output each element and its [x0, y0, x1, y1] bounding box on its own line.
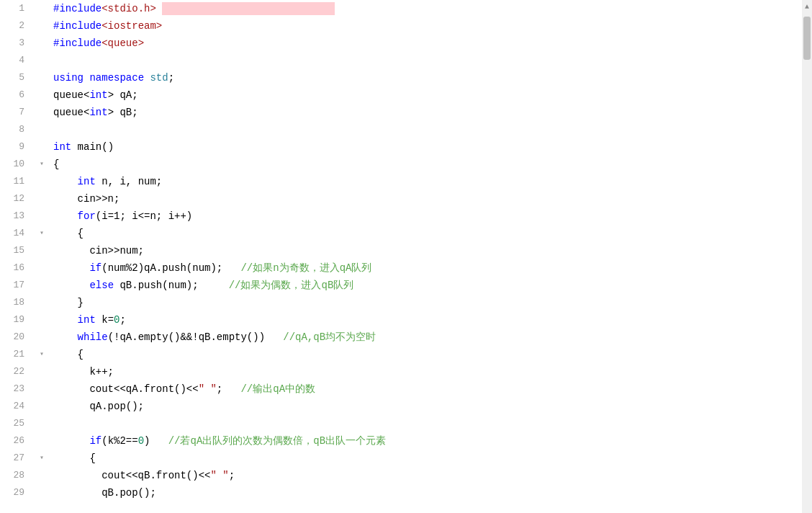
code-area: 1#include<stdio.h>2#include<iostream>3#i…: [0, 0, 802, 513]
token: {: [53, 228, 84, 239]
code-line: while(!qA.empty()&&!qB.empty()) //qA,qB均…: [48, 329, 802, 346]
code-line: {: [48, 156, 802, 173]
code-line: #include<stdio.h>: [48, 0, 802, 17]
line-number: 19: [0, 311, 36, 329]
table-row: 1#include<stdio.h>: [0, 0, 802, 17]
table-row: 27▾ {: [0, 450, 802, 467]
token: cout<<qA.front()<<: [53, 383, 199, 395]
table-row: 16 if(num%2)qA.push(num); //如果n为奇数，进入qA队…: [0, 259, 802, 277]
fold-gutter: [36, 35, 48, 52]
code-line: qB.pop();: [48, 484, 802, 501]
line-number: 10: [0, 156, 36, 173]
fold-gutter: [36, 329, 48, 346]
line-number: 7: [0, 104, 36, 121]
fold-gutter[interactable]: ▾: [36, 225, 48, 242]
line-number: 5: [0, 69, 36, 86]
token: [53, 435, 89, 447]
token: cin>>n;: [53, 193, 119, 205]
table-row: 12 cin>>n;: [0, 190, 802, 208]
fold-gutter: [36, 398, 48, 415]
line-number: 29: [0, 484, 36, 501]
token: int: [89, 107, 107, 118]
table-row: 29 qB.pop();: [0, 484, 802, 501]
fold-gutter[interactable]: ▾: [36, 346, 48, 363]
table-row: 9int main(): [0, 138, 802, 156]
token: using: [53, 72, 84, 84]
token: {: [53, 349, 84, 360]
line-number: 20: [0, 329, 36, 346]
token: (i=1; i<=n; i++): [96, 210, 192, 222]
table-row: 26 if(k%2==0) //若qA出队列的次数为偶数倍，qB出队一个元素: [0, 432, 802, 450]
line-number: 12: [0, 190, 36, 208]
code-line: }: [48, 294, 802, 311]
token: //若qA出队列的次数为偶数倍，qB出队一个元素: [168, 435, 386, 447]
fold-gutter: [36, 52, 48, 69]
token: int: [78, 176, 96, 187]
code-line: cout<<qA.front()<<" "; //输出qA中的数: [48, 380, 802, 398]
token: for: [78, 210, 96, 222]
token: //如果n为奇数，进入qA队列: [240, 262, 371, 274]
token: queue: [53, 107, 84, 118]
code-line: [48, 415, 802, 432]
fold-gutter: [36, 277, 48, 294]
token: std: [150, 72, 168, 84]
fold-gutter: [36, 17, 48, 35]
token: qB.push(num);: [114, 280, 229, 291]
scrollbar-up-button[interactable]: ▲: [802, 0, 812, 13]
table-row: 8: [0, 121, 802, 138]
code-line: [48, 52, 802, 69]
code-line: using namespace std;: [48, 69, 802, 86]
token: ): [144, 435, 168, 447]
token: else: [89, 280, 114, 291]
token: #include: [53, 37, 102, 49]
code-line: cin>>num;: [48, 242, 802, 259]
code-line: {: [48, 450, 802, 467]
table-row: 3#include<queue>: [0, 35, 802, 52]
line-number: 15: [0, 242, 36, 259]
code-line: for(i=1; i<=n; i++): [48, 208, 802, 225]
fold-gutter[interactable]: ▾: [36, 450, 48, 467]
token: [53, 176, 78, 187]
fold-gutter[interactable]: ▾: [36, 156, 48, 173]
fold-gutter: [36, 173, 48, 190]
code-line: int n, i, num;: [48, 173, 802, 190]
fold-gutter: [36, 380, 48, 398]
line-number: 16: [0, 259, 36, 277]
line-number: 22: [0, 363, 36, 380]
token: {: [53, 159, 59, 170]
token: >: [108, 107, 114, 118]
token: main(): [71, 141, 114, 153]
fold-gutter: [36, 121, 48, 138]
table-row: 18 }: [0, 294, 802, 311]
fold-gutter: [36, 69, 48, 86]
code-line: #include<iostream>: [48, 17, 802, 35]
token: [53, 280, 89, 291]
code-line: cin>>n;: [48, 190, 802, 208]
table-row: 21▾ {: [0, 346, 802, 363]
line-number: 6: [0, 86, 36, 104]
scrollbar-track[interactable]: [802, 13, 812, 513]
token: >: [108, 89, 114, 101]
token: if: [89, 262, 102, 274]
code-line: qA.pop();: [48, 398, 802, 415]
token: qA.pop();: [53, 401, 144, 412]
scrollbar[interactable]: ▲: [802, 0, 812, 513]
token: ;: [217, 383, 241, 395]
code-table: 1#include<stdio.h>2#include<iostream>3#i…: [0, 0, 802, 501]
code-line: {: [48, 346, 802, 363]
token: cout<<qB.front()<<: [53, 470, 210, 481]
fold-gutter: [36, 311, 48, 329]
token: #include: [53, 20, 102, 32]
token: qA;: [114, 89, 138, 101]
token: <queue>: [102, 37, 144, 49]
token: queue: [53, 89, 84, 101]
table-row: 7queue<int> qB;: [0, 104, 802, 121]
token: k++;: [53, 366, 114, 378]
token: namespace: [89, 72, 144, 84]
code-line: cout<<qB.front()<<" ";: [48, 467, 802, 484]
editor-container: 1#include<stdio.h>2#include<iostream>3#i…: [0, 0, 812, 513]
token: //输出qA中的数: [240, 383, 315, 395]
code-line: queue<int> qA;: [48, 86, 802, 104]
token: (k%2==: [102, 435, 137, 447]
scrollbar-thumb[interactable]: [803, 17, 811, 60]
